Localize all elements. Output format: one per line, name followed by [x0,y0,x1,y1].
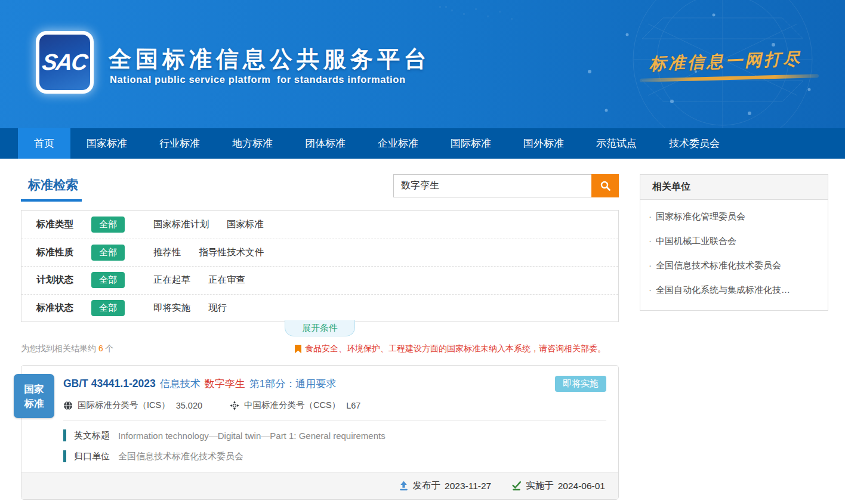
bookmark-icon [295,345,301,354]
section-title: 标准检索 [21,174,82,199]
globe-icon [63,401,73,410]
expand-conditions-button[interactable]: 展开条件 [285,320,355,336]
page-content: 标准检索 标准类型 全部 国家标准计划 国家标准 标准 [21,159,828,500]
result-count-number: 6 [98,344,103,353]
compass-icon [230,401,239,410]
site-subtitle: National public service platform for sta… [110,74,406,85]
related-unit-link[interactable]: · 全国信息技术标准化技术委员会 [640,249,828,273]
related-units-panel: 相关单位 · 国家标准化管理委员会 · 中国机械工业联合会 · 全国信息技术标准… [640,174,828,311]
standard-type-badge: 国家 标准 [14,374,54,418]
english-title-row: 英文标题 Information technology—Digital twin… [63,429,606,441]
type-badge-line1: 国家 [24,382,44,396]
search-input[interactable] [393,174,591,197]
filter-option[interactable]: 现行 [208,302,227,314]
filter-row-plan-status: 计划状态 全部 正在起草 正在审查 [21,266,618,294]
bullet: · [649,285,652,296]
result-count-prefix: 为您找到相关结果约 [21,344,98,353]
implemented-date: 2024-06-01 [558,481,605,491]
header-banner: SAC 全国标准信息公共服务平台 National public service… [0,0,845,128]
related-units-title: 相关单位 [640,175,828,200]
notice-text: 食品安全、环境保护、工程建设方面的国家标准未纳入本系统，请咨询相关部委。 [305,344,606,354]
system-notice: 食品安全、环境保护、工程建设方面的国家标准未纳入本系统，请咨询相关部委。 [295,344,606,354]
search-button[interactable] [591,174,619,197]
section-title-underline: 标准检索 [21,174,82,202]
ics-label: 国际标准分类号（ICS） [78,400,170,411]
filter-all-button[interactable]: 全部 [91,272,125,288]
implemented-date-item: 实施于 2024-06-01 [511,480,605,492]
filter-label: 标准类型 [36,218,91,231]
nav-item-foreign-standards[interactable]: 国外标准 [507,128,580,159]
related-unit-link[interactable]: · 全国自动化系统与集成标准化技… [640,273,828,310]
committee-value: 全国信息技术标准化技术委员会 [118,451,243,462]
nav-item-international-standards[interactable]: 国际标准 [434,128,507,159]
filter-label: 标准性质 [36,246,91,259]
result-count: 为您找到相关结果约 6 个 [21,344,114,354]
sac-logo-text: SAC [41,50,88,75]
standard-title-part1[interactable]: 信息技术 [160,377,201,391]
teal-bar [63,429,66,441]
standard-title-part2[interactable]: 第1部分：通用要求 [249,377,336,391]
bullet: · [649,211,652,222]
teal-bar [63,450,66,462]
published-date: 2023-11-27 [445,481,491,491]
related-unit-label: 国家标准化管理委员会 [656,211,745,222]
status-badge: 即将实施 [555,376,606,392]
nav-item-home[interactable]: 首页 [18,128,70,159]
related-unit-label: 中国机械工业联合会 [656,236,736,247]
filter-panel: 标准类型 全部 国家标准计划 国家标准 标准性质 全部 推荐性 指导性技术文件 … [21,210,619,322]
nav-item-industry-standards[interactable]: 行业标准 [143,128,216,159]
filter-label: 标准状态 [36,302,91,314]
filter-all-button[interactable]: 全部 [91,245,125,261]
nav-item-national-standards[interactable]: 国家标准 [70,128,143,159]
filter-option[interactable]: 国家标准 [227,218,264,231]
ccs-value: L67 [346,401,360,410]
published-label: 发布于 [413,480,441,492]
ccs-label: 中国标准分类号（CCS） [244,400,340,411]
implement-check-icon [511,481,522,491]
filter-label: 计划状态 [36,274,91,286]
standard-title-highlight[interactable]: 数字孪生 [205,377,245,391]
filter-row-standard-status: 标准状态 全部 即将实施 现行 [21,294,618,322]
implemented-label: 实施于 [526,480,554,492]
filter-option[interactable]: 指导性技术文件 [199,246,264,259]
filter-option[interactable]: 正在起草 [153,274,190,286]
related-unit-link[interactable]: · 国家标准化管理委员会 [640,200,828,224]
filter-option[interactable]: 正在审查 [208,274,245,286]
card-divider [63,420,606,420]
site-title: 全国标准信息公共服务平台 [109,44,431,75]
standard-code-link[interactable]: GB/T 43441.1-2023 [63,378,156,390]
main-nav: 首页 国家标准 行业标准 地方标准 团体标准 企业标准 国际标准 国外标准 示范… [0,128,845,159]
filter-row-standard-type: 标准类型 全部 国家标准计划 国家标准 [21,211,618,239]
english-title-value: Information technology—Digital twin—Part… [118,431,386,441]
standard-result-card: 国家 标准 GB/T 43441.1-2023 信息技术 数字孪生 第1部分：通… [21,365,619,500]
nav-item-group-standards[interactable]: 团体标准 [289,128,362,159]
result-count-suffix: 个 [103,344,114,353]
related-unit-label: 全国自动化系统与集成标准化技… [656,285,790,296]
published-date-item: 发布于 2023-11-27 [399,480,492,492]
card-footer: 发布于 2023-11-27 实施于 2024-06-01 [21,472,618,499]
bullet: · [649,260,652,271]
nav-item-technical-committee[interactable]: 技术委员会 [653,128,736,159]
bullet: · [649,236,652,247]
filter-option[interactable]: 推荐性 [153,246,181,259]
committee-label: 归口单位 [74,451,110,462]
sac-logo: SAC [36,31,94,94]
search-icon [600,180,611,191]
filter-all-button[interactable]: 全部 [91,217,125,233]
nav-item-local-standards[interactable]: 地方标准 [216,128,289,159]
related-unit-link[interactable]: · 中国机械工业联合会 [640,224,828,249]
nav-item-pilot[interactable]: 示范试点 [580,128,653,159]
english-title-label: 英文标题 [74,430,110,441]
filter-option[interactable]: 即将实施 [153,302,190,314]
ics-value: 35.020 [176,401,202,410]
filter-row-standard-nature: 标准性质 全部 推荐性 指导性技术文件 [21,239,618,267]
type-badge-line2: 标准 [24,396,44,410]
filter-all-button[interactable]: 全部 [91,300,125,316]
filter-option[interactable]: 国家标准计划 [153,218,209,231]
related-unit-label: 全国信息技术标准化技术委员会 [656,260,781,271]
publish-icon [399,481,409,491]
committee-row: 归口单位 全国信息技术标准化技术委员会 [63,450,606,462]
nav-item-enterprise-standards[interactable]: 企业标准 [362,128,434,159]
